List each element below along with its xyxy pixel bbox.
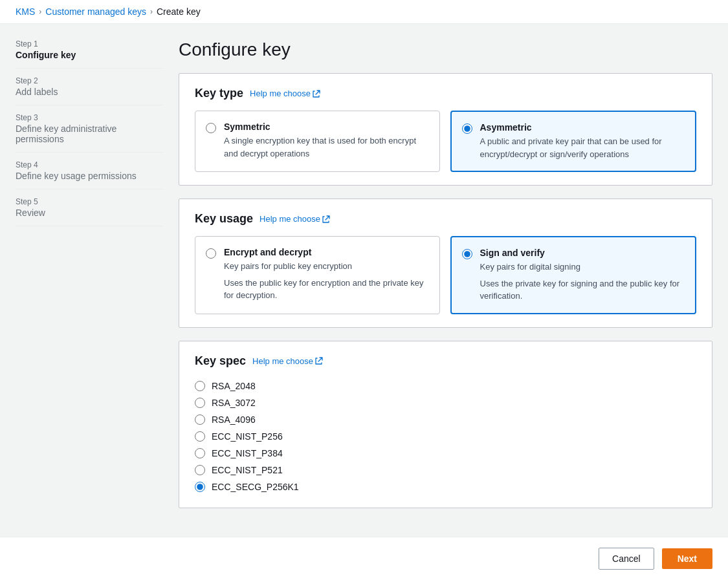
key-type-options: Symmetric A single encryption key that i…	[195, 111, 696, 172]
breadcrumb-kms-link[interactable]: KMS	[16, 6, 35, 17]
step-2-label: Add labels	[16, 87, 163, 97]
sidebar-step-3: Step 3 Define key administrative permiss…	[16, 105, 163, 153]
encrypt-decrypt-title: Encrypt and decrypt	[224, 247, 429, 257]
encrypt-decrypt-content: Encrypt and decrypt Key pairs for public…	[224, 247, 429, 302]
step-5-number: Step 5	[16, 197, 163, 206]
encrypt-decrypt-radio[interactable]	[206, 248, 216, 259]
key-usage-external-icon	[322, 215, 330, 223]
cancel-button[interactable]: Cancel	[599, 548, 654, 570]
key-spec-list: RSA_2048 RSA_3072 RSA_4096 ECC_NIST_P256	[195, 378, 696, 495]
sign-verify-desc2: Uses the private key for signing and the…	[480, 277, 685, 303]
spec-rsa-2048-label: RSA_2048	[212, 381, 256, 391]
breadcrumb-customer-keys-link[interactable]: Customer managed keys	[45, 6, 146, 17]
spec-rsa-4096-label: RSA_4096	[212, 414, 256, 425]
encrypt-decrypt-option[interactable]: Encrypt and decrypt Key pairs for public…	[195, 236, 440, 314]
spec-ecc-secg-p256k1[interactable]: ECC_SECG_P256K1	[195, 482, 696, 492]
step-5-label: Review	[16, 208, 163, 218]
asymmetric-title: Asymmetric	[480, 122, 685, 133]
spec-rsa-4096[interactable]: RSA_4096	[195, 414, 696, 425]
sidebar-step-2: Step 2 Add labels	[16, 69, 163, 105]
spec-ecc-nist-p384-radio[interactable]	[195, 448, 205, 458]
footer: Cancel Next	[0, 537, 728, 580]
symmetric-radio[interactable]	[206, 123, 216, 133]
spec-ecc-secg-p256k1-radio[interactable]	[195, 482, 205, 492]
step-2-number: Step 2	[16, 76, 163, 85]
content-area: Configure key Key type Help me choose	[179, 39, 712, 521]
page-title: Configure key	[179, 39, 712, 60]
breadcrumb-sep-1: ›	[39, 7, 41, 16]
spec-ecc-nist-p384[interactable]: ECC_NIST_P384	[195, 448, 696, 458]
key-usage-help-label: Help me choose	[259, 214, 320, 224]
key-spec-title: Key spec	[195, 354, 246, 368]
sign-verify-title: Sign and verify	[480, 248, 685, 258]
key-usage-card: Key usage Help me choose Encrypt and dec…	[179, 199, 712, 328]
spec-ecc-nist-p256-label: ECC_NIST_P256	[212, 431, 283, 442]
key-type-help-label: Help me choose	[250, 89, 311, 98]
step-3-label: Define key administrative permissions	[16, 124, 163, 144]
sidebar-step-1: Step 1 Configure key	[16, 39, 163, 69]
step-4-label: Define key usage permissions	[16, 171, 163, 181]
sign-verify-desc1: Key pairs for digital signing	[480, 261, 685, 274]
sidebar-step-4: Step 4 Define key usage permissions	[16, 153, 163, 189]
spec-rsa-3072-radio[interactable]	[195, 398, 205, 408]
key-usage-help-link[interactable]: Help me choose	[259, 214, 330, 224]
spec-rsa-2048-radio[interactable]	[195, 381, 205, 391]
main-layout: Step 1 Configure key Step 2 Add labels S…	[0, 24, 728, 537]
spec-ecc-nist-p521-label: ECC_NIST_P521	[212, 465, 283, 475]
key-spec-external-icon	[315, 357, 323, 365]
sign-verify-option[interactable]: Sign and verify Key pairs for digital si…	[450, 236, 697, 314]
key-spec-header: Key spec Help me choose	[195, 354, 696, 368]
key-spec-help-link[interactable]: Help me choose	[252, 356, 323, 366]
spec-rsa-2048[interactable]: RSA_2048	[195, 381, 696, 391]
spec-ecc-nist-p521[interactable]: ECC_NIST_P521	[195, 465, 696, 475]
asymmetric-desc: A public and private key pair that can b…	[480, 135, 685, 160]
asymmetric-radio[interactable]	[462, 124, 472, 134]
asymmetric-content: Asymmetric A public and private key pair…	[480, 122, 685, 160]
symmetric-content: Symmetric A single encryption key that i…	[224, 122, 429, 160]
spec-rsa-3072[interactable]: RSA_3072	[195, 398, 696, 408]
spec-ecc-nist-p384-label: ECC_NIST_P384	[212, 448, 283, 458]
sign-verify-radio[interactable]	[462, 249, 472, 259]
encrypt-decrypt-desc2: Uses the public key for encryption and t…	[224, 277, 429, 302]
step-1-number: Step 1	[16, 39, 163, 48]
key-spec-card: Key spec Help me choose RSA_2048	[179, 341, 712, 508]
asymmetric-option[interactable]: Asymmetric A public and private key pair…	[450, 111, 697, 172]
next-button[interactable]: Next	[662, 548, 712, 569]
external-link-icon	[313, 90, 320, 98]
key-usage-options: Encrypt and decrypt Key pairs for public…	[195, 236, 696, 314]
symmetric-option[interactable]: Symmetric A single encryption key that i…	[195, 111, 440, 172]
key-type-header: Key type Help me choose	[195, 87, 696, 100]
key-type-help-link[interactable]: Help me choose	[250, 89, 320, 98]
page-wrapper: KMS › Customer managed keys › Create key…	[0, 0, 728, 580]
symmetric-title: Symmetric	[224, 122, 429, 132]
step-1-label: Configure key	[16, 50, 163, 60]
breadcrumb-current: Create key	[157, 6, 201, 17]
sign-verify-content: Sign and verify Key pairs for digital si…	[480, 248, 685, 303]
spec-ecc-nist-p256[interactable]: ECC_NIST_P256	[195, 431, 696, 442]
spec-ecc-nist-p521-radio[interactable]	[195, 465, 205, 475]
key-type-title: Key type	[195, 87, 243, 100]
breadcrumb-sep-2: ›	[150, 7, 153, 16]
key-usage-header: Key usage Help me choose	[195, 212, 696, 226]
encrypt-decrypt-desc1: Key pairs for public key encryption	[224, 260, 429, 273]
spec-rsa-4096-radio[interactable]	[195, 414, 205, 425]
symmetric-desc: A single encryption key that is used for…	[224, 134, 429, 160]
sidebar-step-5: Step 5 Review	[16, 189, 163, 226]
spec-ecc-nist-p256-radio[interactable]	[195, 431, 205, 442]
sidebar: Step 1 Configure key Step 2 Add labels S…	[16, 39, 163, 521]
key-usage-title: Key usage	[195, 212, 253, 226]
spec-ecc-secg-p256k1-label: ECC_SECG_P256K1	[212, 482, 299, 492]
breadcrumb: KMS › Customer managed keys › Create key	[0, 0, 728, 24]
key-type-card: Key type Help me choose Symmetric	[179, 73, 712, 186]
key-spec-help-label: Help me choose	[252, 356, 313, 366]
step-3-number: Step 3	[16, 113, 163, 122]
step-4-number: Step 4	[16, 160, 163, 169]
spec-rsa-3072-label: RSA_3072	[212, 398, 256, 408]
